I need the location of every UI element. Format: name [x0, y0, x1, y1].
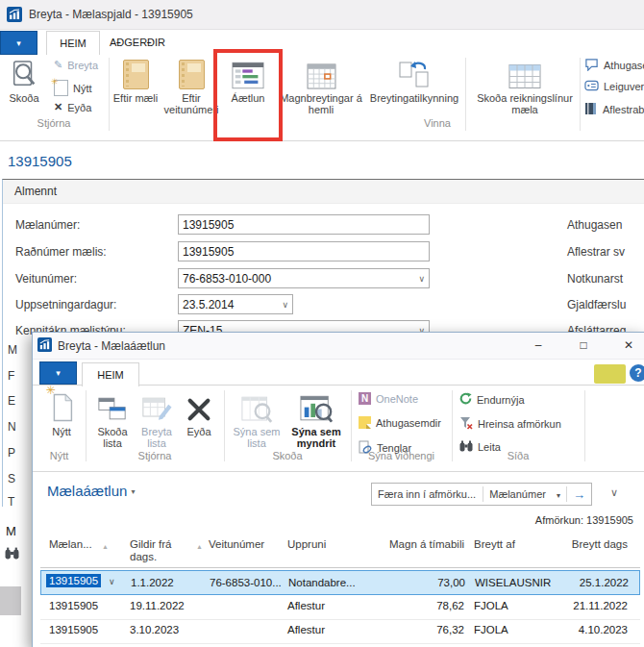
table-row[interactable]: 13915905 3.10.2023 Aflestur 76,32 FJOLA …: [40, 619, 640, 644]
cell-magn[interactable]: 78,62: [380, 600, 464, 612]
popup-eyda-button[interactable]: Eyða: [180, 388, 218, 437]
cell-uppruni[interactable]: Notandabre...: [288, 577, 356, 589]
athugasemdir-button[interactable]: Athugaser: [584, 58, 644, 73]
breytingatilkynning-button[interactable]: Breytingatilkynning: [365, 55, 463, 104]
cell-magn[interactable]: 76,32: [380, 624, 464, 636]
maximize-button[interactable]: □: [571, 336, 596, 355]
new-document-icon: ✳: [49, 388, 75, 423]
cell-maelanumer[interactable]: 13915905: [49, 624, 98, 636]
help-button[interactable]: ?: [630, 364, 644, 382]
eyda-button[interactable]: ✕ Eyða: [54, 101, 91, 113]
maelanumer-input[interactable]: 13915905: [178, 214, 430, 235]
highlighted-user-badge: [594, 364, 626, 384]
cell-gildir-fra[interactable]: 19.11.2022: [130, 600, 185, 612]
popup-athugasemdir-button[interactable]: Athugasemdir: [359, 416, 441, 429]
edit-list-icon: [141, 388, 172, 423]
aflestrabok-button[interactable]: Aflestrabó: [584, 102, 644, 117]
column-header[interactable]: Gildir frá dags.: [130, 538, 186, 563]
cell-magn[interactable]: 73,00: [381, 577, 465, 589]
column-header[interactable]: Breytt af: [474, 538, 515, 551]
field-label: Uppsetningardagur:: [15, 298, 116, 311]
sticky-note-icon: [359, 416, 371, 429]
column-header[interactable]: Breytt dags: [558, 538, 628, 551]
book-icon: [179, 55, 205, 89]
skoda-button[interactable]: Skoða: [2, 55, 46, 104]
endurnyja-button[interactable]: Endurnýja: [459, 392, 525, 407]
chevron-down-icon[interactable]: ∨: [418, 274, 425, 284]
cell-breytt-af[interactable]: FJOLA: [474, 600, 508, 612]
cell-maelanumer[interactable]: 13915905: [49, 600, 98, 612]
group-label-skoda: Skoða: [224, 450, 351, 461]
uppsetningardagur-input[interactable]: 23.5.2014∨: [178, 294, 293, 314]
cell-gildir-fra[interactable]: 1.1.2022: [131, 577, 174, 589]
chevron-down-icon[interactable]: ∨: [109, 577, 115, 586]
cell-uppruni[interactable]: Aflestur: [287, 600, 325, 612]
hreinsa-afmorkun-button[interactable]: Hreinsa afmörkun: [459, 416, 561, 432]
magnbreytingar-button[interactable]: Magnbreytingar á hemli: [277, 55, 365, 115]
cell-breytt-af[interactable]: FJOLA: [474, 624, 508, 636]
cell-uppruni[interactable]: Aflestur: [287, 624, 325, 636]
clipped-label: P: [8, 446, 15, 460]
field-label: Mælanúmer:: [15, 218, 80, 232]
price-tag-icon: [584, 80, 599, 93]
veitunumer-input[interactable]: 76-6853-010-000∨: [178, 268, 430, 288]
close-button[interactable]: ✕: [616, 336, 641, 355]
clipped-label: M: [8, 343, 17, 357]
table-row[interactable]: 13915905 ∨ 1.1.2022 76-6853-010... Notan…: [40, 570, 640, 595]
leiguverd-button[interactable]: Leiguverð: [584, 80, 644, 93]
cell-veitunumer[interactable]: 76-6853-010...: [210, 577, 282, 589]
minimize-button[interactable]: –: [526, 336, 551, 355]
skoda-reikningslinur-button[interactable]: Skoða reikningslínur mæla: [471, 55, 579, 115]
reading-book-icon: [584, 102, 598, 117]
calendar-grid-icon: [307, 55, 336, 89]
speech-bubble-icon: [584, 58, 599, 73]
expand-filter-chevron[interactable]: ∨: [610, 486, 618, 499]
table-row[interactable]: 13915905 19.11.2022 Aflestur 78,62 FJOLA…: [40, 595, 640, 620]
application-menu-button[interactable]: ▾: [0, 31, 37, 55]
delete-x-icon: ✕: [54, 101, 62, 113]
column-header[interactable]: Magn á tímabili: [380, 538, 464, 551]
view-as-chart-icon: [300, 388, 333, 423]
cell-gildir-fra[interactable]: 3.10.2023: [130, 624, 179, 636]
cell-breytt-af[interactable]: WISELAUSNIR: [475, 577, 551, 589]
chevron-down-icon[interactable]: ∨: [282, 300, 288, 310]
cell-breytt-dags[interactable]: 4.10.2023: [558, 624, 628, 636]
filter-input[interactable]: Færa inn í afmörku...: [372, 488, 483, 500]
syna-sem-myndrit-button[interactable]: Sýna sem myndrit: [285, 388, 347, 449]
app-chart-icon: [37, 337, 52, 356]
tab-adgerdir[interactable]: AÐGERÐIR: [110, 37, 165, 48]
breyta-button[interactable]: ✎ Breyta: [54, 59, 98, 71]
list-page-title[interactable]: Mælaáætlun ▾: [47, 483, 136, 499]
radnumer-input[interactable]: 13915905: [178, 241, 430, 261]
maximize-icon: □: [580, 338, 586, 352]
fasttab-header[interactable]: Almennt: [3, 180, 644, 204]
group-label-nytt: Nýtt: [33, 450, 86, 461]
column-header[interactable]: Mælan...: [49, 538, 92, 551]
syna-sem-lista-button[interactable]: Sýna sem lista: [231, 388, 283, 449]
tab-heim[interactable]: HEIM: [46, 31, 100, 55]
caret-down-icon: ▾: [132, 487, 136, 496]
skoda-lista-button[interactable]: Skoða lista: [91, 388, 134, 449]
column-header[interactable]: Uppruni: [287, 538, 326, 551]
cell-breytt-dags[interactable]: 25.1.2022: [559, 577, 629, 589]
windows-list-icon: [97, 388, 128, 423]
filter-box: Færa inn í afmörku... Mælanúmer ▾ →: [371, 483, 592, 506]
new-document-icon: ✳: [54, 80, 68, 96]
clipped-label: F: [8, 369, 14, 383]
nytt-button[interactable]: ✳ Nýtt: [54, 80, 92, 96]
breyta-lista-button[interactable]: Breyta lista: [136, 388, 178, 449]
binoculars-icon: [5, 546, 19, 563]
popup-nytt-button[interactable]: ✳ Nýtt: [40, 388, 83, 437]
popup-application-menu-button[interactable]: ▾: [39, 361, 77, 385]
eftir-maeli-button[interactable]: Eftir mæli: [112, 55, 159, 104]
apply-filter-button[interactable]: →: [567, 487, 591, 502]
right-field-label: Aflestrar sv: [567, 245, 625, 259]
onenote-button[interactable]: N OneNote: [359, 392, 418, 405]
view-as-list-icon: [241, 388, 273, 423]
cell-maelanumer[interactable]: 13915905: [46, 575, 101, 587]
column-header[interactable]: Veitunúmer: [209, 538, 264, 551]
popup-tab-heim[interactable]: HEIM: [82, 362, 139, 386]
filter-field-dropdown[interactable]: Mælanúmer ▾: [483, 488, 566, 500]
clipped-section-header: M: [6, 524, 16, 538]
cell-breytt-dags[interactable]: 21.11.2022: [558, 600, 628, 612]
